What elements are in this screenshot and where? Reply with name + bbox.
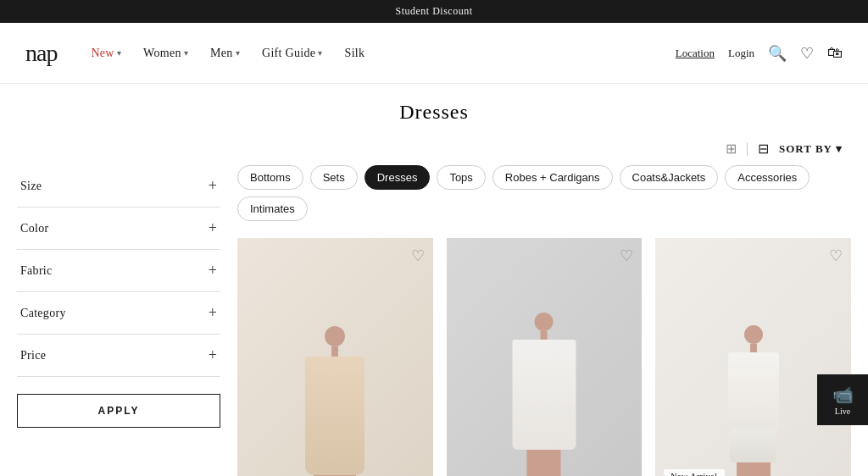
expand-size-icon: + [209,177,217,195]
expand-price-icon: + [209,346,217,364]
category-pill-dresses[interactable]: Dresses [364,165,431,190]
search-icon[interactable]: 🔍 [768,44,787,63]
nav-item-gift-guide[interactable]: Gift Guide ▾ [253,40,331,67]
model-image-2 [447,238,643,476]
filter-fabric-label: Fabric [20,264,53,278]
view-toggle: ⊞ ⊟ [724,139,771,158]
live-video-icon: 📹 [832,385,854,405]
product-card-1[interactable]: ♡ Sweater Slouch Dress [237,238,433,476]
nav-label-new: New [91,47,114,60]
cart-icon[interactable]: 🛍 [827,44,843,62]
filter-price[interactable]: Price + [17,335,220,377]
products-area: Bottoms Sets Dresses Tops Robes + Cardig… [237,165,851,476]
filter-category-label: Category [20,307,66,320]
filter-color[interactable]: Color + [17,208,220,250]
top-banner: Student Discount [0,0,868,23]
chevron-down-icon: ▾ [318,48,322,58]
nav-label-men: Men [210,47,233,60]
nav-item-men[interactable]: Men ▾ [202,40,248,67]
wishlist-button-2[interactable]: ♡ [620,246,633,265]
product-card-3[interactable]: ♡ New Arrival Sporty Sleeveless Top [655,238,851,476]
grid-large-view-button[interactable]: ⊟ [756,139,771,158]
nav-label-silk: Silk [345,47,365,60]
expand-category-icon: + [209,304,217,322]
nav-label-gift-guide: Gift Guide [262,47,315,60]
grid-small-view-button[interactable]: ⊞ [724,139,738,158]
wishlist-button-3[interactable]: ♡ [829,246,843,265]
live-label: Live [835,407,850,416]
filter-size-label: Size [20,180,42,193]
header: nap New ▾ Women ▾ Men ▾ Gift Guide ▾ Sil… [0,23,868,84]
filter-size[interactable]: Size + [17,165,220,208]
divider [747,142,748,156]
chevron-down-icon: ▾ [236,48,240,58]
main-nav: New ▾ Women ▾ Men ▾ Gift Guide ▾ Silk [82,40,675,67]
category-pill-sets[interactable]: Sets [310,165,358,190]
live-badge[interactable]: 📹 Live [817,374,868,425]
nav-label-women: Women [143,47,181,60]
new-arrival-badge-3: New Arrival [664,469,724,476]
nav-item-new[interactable]: New ▾ [82,40,130,67]
chevron-down-icon: ▾ [117,48,121,58]
toolbar: ⊞ ⊟ SORT BY ▾ [0,132,868,165]
category-pill-coats[interactable]: Coats&Jackets [620,165,719,190]
filter-color-label: Color [20,222,48,235]
page-title-section: Dresses [0,84,868,132]
category-pill-accessories[interactable]: Accessories [725,165,810,190]
logo[interactable]: nap [25,40,57,67]
sort-chevron-icon: ▾ [836,142,843,156]
header-right: Location Login 🔍 ♡ 🛍 [676,44,843,63]
filter-fabric[interactable]: Fabric + [17,250,220,292]
main-layout: Size + Color + Fabric + Category + Price… [0,165,868,476]
sort-by-button[interactable]: SORT BY ▾ [779,142,843,156]
nav-item-silk[interactable]: Silk [337,40,374,67]
product-image-2: ♡ [447,238,643,476]
wishlist-button-1[interactable]: ♡ [411,246,425,265]
page-title: Dresses [0,101,868,124]
product-image-3: ♡ New Arrival [655,238,851,476]
product-image-1: ♡ [237,238,433,476]
filter-price-label: Price [20,349,46,363]
category-pills: Bottoms Sets Dresses Tops Robes + Cardig… [237,165,851,231]
model-image-1 [237,238,433,476]
category-pill-bottoms[interactable]: Bottoms [237,165,303,190]
products-grid: ♡ Sweater Slouch Dress [237,238,851,476]
nav-item-women[interactable]: Women ▾ [135,40,197,67]
expand-color-icon: + [209,219,217,237]
category-pill-robes[interactable]: Robes + Cardigans [492,165,613,190]
sidebar-filters: Size + Color + Fabric + Category + Price… [17,165,220,476]
login-link[interactable]: Login [728,47,754,60]
apply-filters-button[interactable]: APPLY [17,394,220,428]
location-link[interactable]: Location [676,47,715,60]
product-card-2[interactable]: ♡ Flowy Long Shirt [447,238,643,476]
sort-by-label: SORT BY [779,142,832,156]
expand-fabric-icon: + [209,262,217,280]
category-pill-tops[interactable]: Tops [437,165,485,190]
model-image-3 [655,238,851,476]
category-pill-intimates[interactable]: Intimates [237,196,308,221]
chevron-down-icon: ▾ [184,48,188,58]
wishlist-icon[interactable]: ♡ [800,44,814,63]
filter-category[interactable]: Category + [17,292,220,335]
banner-text: Student Discount [396,5,473,17]
